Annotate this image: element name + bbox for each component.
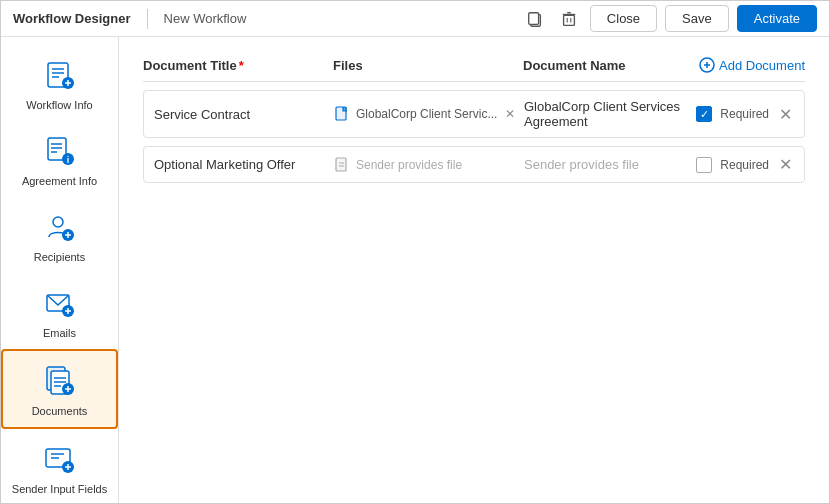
sidebar-item-recipients[interactable]: Recipients — [1, 197, 118, 273]
delete-icon — [560, 10, 578, 28]
documents-label: Documents — [32, 405, 88, 417]
col-files: Files — [333, 58, 523, 73]
workflow-name: New Workflow — [164, 11, 522, 26]
documents-icon — [44, 365, 76, 397]
sidebar-item-workflow-info[interactable]: Workflow Info — [1, 45, 118, 121]
file-icon-1 — [334, 106, 350, 122]
emails-icon — [44, 287, 76, 319]
emails-icon-container — [40, 283, 80, 323]
required-checkbox-2[interactable] — [696, 157, 712, 173]
activate-button[interactable]: Activate — [737, 5, 817, 32]
sender-input-fields-icon — [44, 443, 76, 475]
topbar-actions: Close Save Activate — [522, 5, 817, 32]
close-button[interactable]: Close — [590, 5, 657, 32]
svg-rect-47 — [336, 158, 346, 171]
sender-input-fields-label: Sender Input Fields — [12, 483, 107, 495]
svg-text:i: i — [66, 155, 69, 165]
workflow-info-icon — [44, 59, 76, 91]
topbar-divider — [147, 9, 148, 29]
sidebar-item-agreement-info[interactable]: i Agreement Info — [1, 121, 118, 197]
svg-rect-2 — [563, 15, 574, 25]
document-row-1: Service Contract GlobalCorp Client Servi… — [143, 90, 805, 138]
required-label-2: Required — [720, 158, 769, 172]
remove-row-2[interactable]: ✕ — [777, 155, 794, 174]
file-name-2: Sender provides file — [356, 158, 462, 172]
file-name-1: GlobalCorp Client Servic... — [356, 107, 497, 121]
duplicate-button[interactable] — [522, 6, 548, 32]
workflow-info-icon-container — [40, 55, 80, 95]
file-clear-1[interactable]: ✕ — [505, 107, 515, 121]
delete-button[interactable] — [556, 6, 582, 32]
column-headers: Document Title* Files Document Name Add … — [143, 57, 805, 82]
sidebar-item-documents[interactable]: Documents — [1, 349, 118, 429]
agreement-info-label: Agreement Info — [22, 175, 97, 187]
doc-actions-2: Required ✕ — [696, 155, 794, 174]
svg-rect-46 — [343, 107, 347, 111]
sender-input-fields-icon-container — [40, 439, 80, 479]
sidebar: Workflow Info i Agreement Info — [1, 37, 119, 503]
doc-actions-1: ✓ Required ✕ — [696, 105, 794, 124]
workflow-info-label: Workflow Info — [26, 99, 92, 111]
agreement-info-icon: i — [44, 135, 76, 167]
app-title: Workflow Designer — [13, 11, 131, 26]
required-label-1: Required — [720, 107, 769, 121]
sidebar-item-sender-input-fields[interactable]: Sender Input Fields — [1, 429, 118, 503]
doc-files-1: GlobalCorp Client Servic... ✕ — [334, 106, 524, 122]
doc-title-1: Service Contract — [154, 107, 334, 122]
doc-title-2: Optional Marketing Offer — [154, 157, 334, 172]
col-document-title: Document Title* — [143, 58, 333, 73]
svg-rect-1 — [529, 12, 539, 24]
recipients-icon — [44, 211, 76, 243]
required-checkbox-1[interactable]: ✓ — [696, 106, 712, 122]
add-document-button[interactable]: Add Document — [699, 57, 805, 73]
file-icon-2 — [334, 157, 350, 173]
col-document-name: Document Name — [523, 58, 699, 73]
topbar: Workflow Designer New Workflow Close — [1, 1, 829, 37]
main-layout: Workflow Info i Agreement Info — [1, 37, 829, 503]
doc-name-1: GlobalCorp Client Services Agreement — [524, 99, 696, 129]
sidebar-item-emails[interactable]: Emails — [1, 273, 118, 349]
emails-label: Emails — [43, 327, 76, 339]
save-button[interactable]: Save — [665, 5, 729, 32]
plus-circle-icon — [699, 57, 715, 73]
svg-point-20 — [53, 217, 63, 227]
document-row-2: Optional Marketing Offer Sender provides… — [143, 146, 805, 183]
doc-files-2: Sender provides file — [334, 157, 524, 173]
doc-name-2: Sender provides file — [524, 157, 696, 172]
documents-icon-container — [40, 361, 80, 401]
recipients-icon-container — [40, 207, 80, 247]
content-area: Document Title* Files Document Name Add … — [119, 37, 829, 503]
remove-row-1[interactable]: ✕ — [777, 105, 794, 124]
recipients-label: Recipients — [34, 251, 85, 263]
duplicate-icon — [526, 10, 544, 28]
agreement-info-icon-container: i — [40, 131, 80, 171]
